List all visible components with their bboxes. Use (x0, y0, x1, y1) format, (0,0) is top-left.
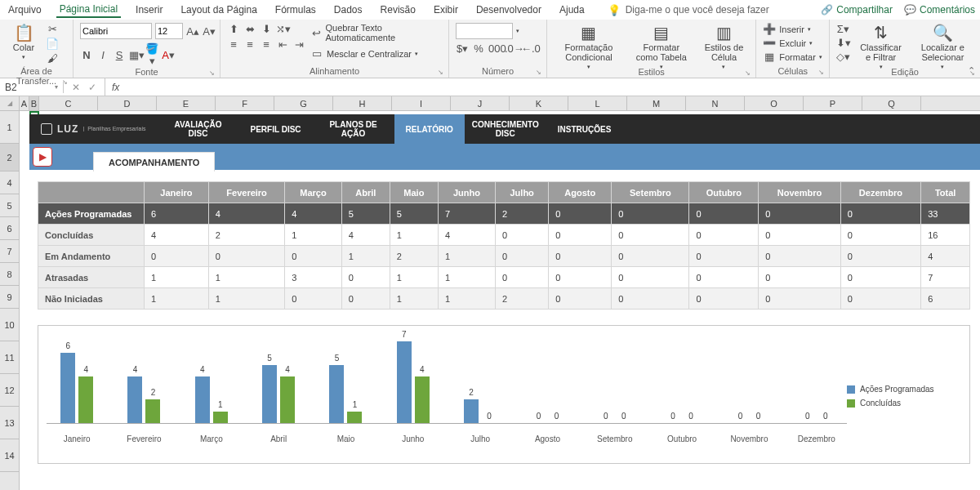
select-all-corner[interactable] (0, 96, 20, 110)
align-left-icon[interactable]: ≡ (227, 38, 240, 51)
decrease-font-icon[interactable]: A▾ (203, 25, 216, 38)
table-cell[interactable]: 2 (208, 225, 284, 246)
format-painter-icon[interactable]: 🖌 (46, 52, 59, 65)
col-header-Q[interactable]: Q (862, 96, 921, 110)
table-cell[interactable]: 0 (549, 246, 612, 267)
table-cell[interactable]: 1 (285, 225, 341, 246)
italic-icon[interactable]: I (96, 49, 109, 61)
table-cell[interactable]: 0 (208, 246, 284, 267)
formula-input[interactable] (126, 78, 980, 96)
wrap-text-button[interactable]: ↩Quebrar Texto Automaticamente (310, 23, 442, 42)
row-header-14[interactable]: 14 (0, 439, 19, 472)
autosum-icon[interactable]: Σ▾ (836, 23, 849, 35)
align-middle-icon[interactable]: ⬌ (243, 23, 256, 35)
table-cell[interactable]: 0 (689, 225, 759, 246)
row-header-11[interactable]: 11 (0, 341, 19, 374)
table-cell[interactable]: 1 (208, 267, 284, 288)
border-icon[interactable]: ▦▾ (129, 49, 142, 61)
number-format-select[interactable] (456, 23, 513, 39)
font-color-icon[interactable]: A▾ (162, 49, 175, 61)
paste-button[interactable]: 📋 Colar▾ (7, 23, 41, 62)
col-header-B[interactable]: B (29, 96, 39, 110)
menu-desenvolvedor[interactable]: Desenvolvedor (473, 2, 545, 17)
col-header-C[interactable]: C (39, 96, 98, 110)
table-cell[interactable]: 2 (496, 288, 549, 310)
table-cell[interactable]: 1 (438, 267, 495, 288)
col-header-D[interactable]: D (98, 96, 157, 110)
col-header-H[interactable]: H (333, 96, 392, 110)
bar-ações-programadas[interactable]: 6 (60, 353, 75, 423)
col-header-F[interactable]: F (216, 96, 274, 110)
row-header-8[interactable]: 8 (0, 263, 19, 286)
decrease-decimal-icon[interactable]: ←.0 (521, 42, 534, 55)
table-cell[interactable]: 0 (840, 203, 921, 225)
table-cell[interactable]: 0 (840, 225, 921, 246)
table-cell[interactable]: 7 (438, 203, 495, 225)
row-header-6[interactable]: 6 (0, 217, 19, 240)
table-cell[interactable]: 0 (689, 288, 759, 310)
row-header-4[interactable]: 4 (0, 172, 19, 194)
table-cell[interactable]: 0 (759, 267, 840, 288)
table-cell[interactable]: 0 (285, 288, 341, 310)
row-header-2[interactable]: 2 (0, 144, 19, 172)
conditional-formatting-button[interactable]: ▦Formatação Condicional▾ (554, 23, 624, 72)
comments-button[interactable]: 💬Comentários (904, 4, 975, 16)
table-cell[interactable]: 1 (438, 246, 495, 267)
table-cell[interactable]: 6 (145, 203, 209, 225)
format-as-table-button[interactable]: ▤Formatar como Tabela▾ (629, 23, 694, 72)
collapse-ribbon-icon[interactable]: ⌃ (968, 65, 975, 76)
table-cell[interactable]: 0 (840, 246, 921, 267)
table-cell[interactable]: 0 (549, 203, 612, 225)
cancel-formula-icon[interactable]: ✕ (72, 82, 80, 93)
col-header-M[interactable]: M (627, 96, 686, 110)
table-cell[interactable]: 0 (759, 225, 840, 246)
menu-pagina-inicial[interactable]: Página Inicial (56, 2, 121, 18)
menu-dados[interactable]: Dados (331, 2, 366, 17)
table-cell[interactable]: 6 (921, 288, 970, 310)
font-name-select[interactable] (80, 23, 152, 39)
bar-concluídas[interactable]: 1 (347, 412, 362, 423)
table-cell[interactable]: 1 (390, 267, 438, 288)
currency-icon[interactable]: $▾ (456, 42, 469, 55)
format-cells-button[interactable]: ▦Formatar▾ (763, 51, 822, 63)
accept-formula-icon[interactable]: ✓ (88, 82, 96, 93)
table-cell[interactable]: 7 (921, 267, 970, 288)
table-cell[interactable]: 0 (341, 267, 390, 288)
table-cell[interactable]: 4 (921, 246, 970, 267)
table-cell[interactable]: 0 (496, 267, 549, 288)
menu-exibir[interactable]: Exibir (430, 2, 461, 17)
find-select-button[interactable]: 🔍Localizar e Selecionar▾ (912, 23, 973, 72)
indent-decrease-icon[interactable]: ⇤ (276, 38, 289, 51)
table-cell[interactable]: 0 (759, 246, 840, 267)
table-cell[interactable]: 2 (496, 203, 549, 225)
table-cell[interactable]: 0 (145, 246, 209, 267)
bold-icon[interactable]: N (80, 49, 93, 61)
row-header-1[interactable]: 1 (0, 111, 19, 144)
table-cell[interactable]: 0 (549, 267, 612, 288)
table-cell[interactable]: 0 (341, 288, 390, 310)
table-cell[interactable]: 2 (390, 246, 438, 267)
table-cell[interactable]: 0 (689, 203, 759, 225)
row-header-9[interactable]: 9 (0, 286, 19, 309)
menu-layout[interactable]: Layout da Página (177, 2, 260, 17)
tell-me-search[interactable]: 💡 Diga-me o que você deseja fazer (608, 4, 769, 16)
table-cell[interactable]: 5 (341, 203, 390, 225)
table-cell[interactable]: 0 (285, 246, 341, 267)
table-cell[interactable]: 33 (921, 203, 970, 225)
table-cell[interactable]: 4 (438, 225, 495, 246)
table-cell[interactable]: 0 (689, 267, 759, 288)
table-cell[interactable]: 1 (390, 288, 438, 310)
table-cell[interactable]: 1 (438, 288, 495, 310)
table-cell[interactable]: 4 (341, 225, 390, 246)
bar-concluídas[interactable]: 2 (145, 399, 160, 423)
align-bottom-icon[interactable]: ⬇ (260, 23, 273, 35)
menu-revisao[interactable]: Revisão (377, 2, 419, 17)
bar-ações-programadas[interactable]: 2 (464, 399, 479, 423)
bar-ações-programadas[interactable]: 5 (329, 365, 344, 423)
table-cell[interactable]: 0 (549, 225, 612, 246)
table-cell[interactable]: 0 (759, 203, 840, 225)
bar-ações-programadas[interactable]: 4 (195, 376, 210, 423)
clear-icon[interactable]: ◇▾ (836, 51, 849, 63)
table-cell[interactable]: 0 (612, 246, 689, 267)
align-right-icon[interactable]: ≡ (260, 38, 273, 51)
